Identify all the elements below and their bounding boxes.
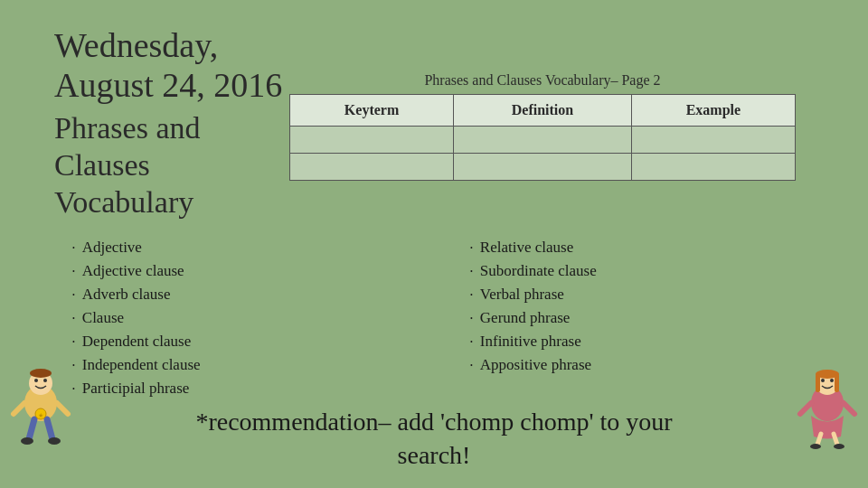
- bullet-icon: •: [470, 291, 473, 299]
- bullet-icon: •: [470, 361, 473, 370]
- bullet-icon: •: [72, 267, 75, 276]
- svg-line-5: [14, 403, 24, 414]
- right-bullet-column: • Relative clause • Subordinate clause •…: [470, 239, 832, 403]
- bullet-icon: •: [72, 291, 75, 299]
- list-item: • Adjective clause: [72, 262, 434, 280]
- list-item: • Verbal phrase: [470, 286, 832, 304]
- figure-left: ★: [9, 369, 72, 441]
- svg-point-15: [821, 379, 825, 382]
- left-bullet-column: • Adjective • Adjective clause • Adverb …: [72, 239, 434, 403]
- table-cell: [631, 154, 795, 181]
- list-item: • Adverb clause: [72, 286, 434, 304]
- list-item: • Appositive phrase: [470, 356, 832, 374]
- svg-point-16: [830, 379, 834, 382]
- bullet-icon: •: [72, 314, 75, 323]
- table-row: [290, 154, 796, 181]
- svg-line-7: [29, 419, 34, 439]
- svg-point-9: [21, 437, 33, 445]
- svg-line-6: [57, 403, 68, 414]
- list-item: • Adjective: [72, 239, 434, 257]
- svg-line-20: [800, 403, 811, 414]
- svg-point-2: [34, 379, 38, 382]
- svg-point-3: [43, 379, 47, 382]
- bullet-icon: •: [470, 244, 473, 252]
- subtitle-line3: Vocabulary: [54, 185, 193, 219]
- svg-text:★: ★: [38, 412, 43, 419]
- figure-right: [796, 369, 859, 441]
- list-item: • Subordinate clause: [470, 262, 832, 280]
- svg-point-10: [48, 437, 61, 445]
- table-cell: [454, 127, 632, 154]
- bullet-icon: •: [72, 244, 75, 252]
- page-title: Wednesday, August 24, 2016: [54, 25, 289, 105]
- svg-point-25: [834, 444, 844, 449]
- col-example: Example: [631, 95, 795, 127]
- svg-point-4: [30, 369, 52, 378]
- list-item: • Dependent clause: [72, 333, 434, 351]
- svg-rect-18: [816, 374, 820, 392]
- bullet-icon: •: [470, 338, 473, 346]
- bullet-icon: •: [72, 385, 75, 393]
- character-right-icon: [796, 369, 859, 450]
- header-row: Wednesday, August 24, 2016 Phrases and C…: [54, 25, 832, 221]
- bullet-icon: •: [72, 338, 75, 346]
- table-cell: [631, 127, 795, 154]
- col-definition: Definition: [454, 95, 632, 127]
- list-item: • Gerund phrase: [470, 309, 832, 327]
- svg-line-8: [47, 419, 52, 439]
- list-item: • Infinitive phrase: [470, 333, 832, 351]
- table-cell: [290, 127, 454, 154]
- bullet-section: • Adjective • Adjective clause • Adverb …: [54, 239, 832, 403]
- svg-rect-19: [835, 374, 839, 392]
- bullet-icon: •: [470, 267, 473, 276]
- main-container: Wednesday, August 24, 2016 Phrases and C…: [0, 0, 868, 488]
- left-titles: Wednesday, August 24, 2016 Phrases and C…: [54, 25, 289, 221]
- list-item: • Independent clause: [72, 356, 434, 374]
- subtitle-line2: Clauses: [54, 148, 150, 182]
- right-section: Phrases and Clauses Vocabulary– Page 2 K…: [289, 72, 796, 181]
- vocab-table: Keyterm Definition Example: [289, 94, 796, 181]
- bullet-icon: •: [470, 314, 473, 323]
- vocab-label: Phrases and Clauses Vocabulary– Page 2: [289, 72, 796, 89]
- list-item: • Clause: [72, 309, 434, 327]
- table-row: [290, 127, 796, 154]
- character-left-icon: ★: [9, 369, 72, 450]
- recommendation-text: *recommendation– add 'chomp chomp' to yo…: [0, 406, 868, 472]
- subtitle-line1: Phrases and: [54, 111, 200, 145]
- table-header-row: Keyterm Definition Example: [290, 95, 796, 127]
- list-item: • Relative clause: [470, 239, 832, 257]
- page-subtitle: Phrases and Clauses Vocabulary: [54, 110, 289, 221]
- table-cell: [454, 154, 632, 181]
- col-keyterm: Keyterm: [290, 95, 454, 127]
- svg-point-24: [810, 444, 821, 449]
- bullet-icon: •: [72, 361, 75, 370]
- svg-line-21: [844, 403, 854, 414]
- list-item: • Participial phrase: [72, 380, 434, 398]
- table-cell: [290, 154, 454, 181]
